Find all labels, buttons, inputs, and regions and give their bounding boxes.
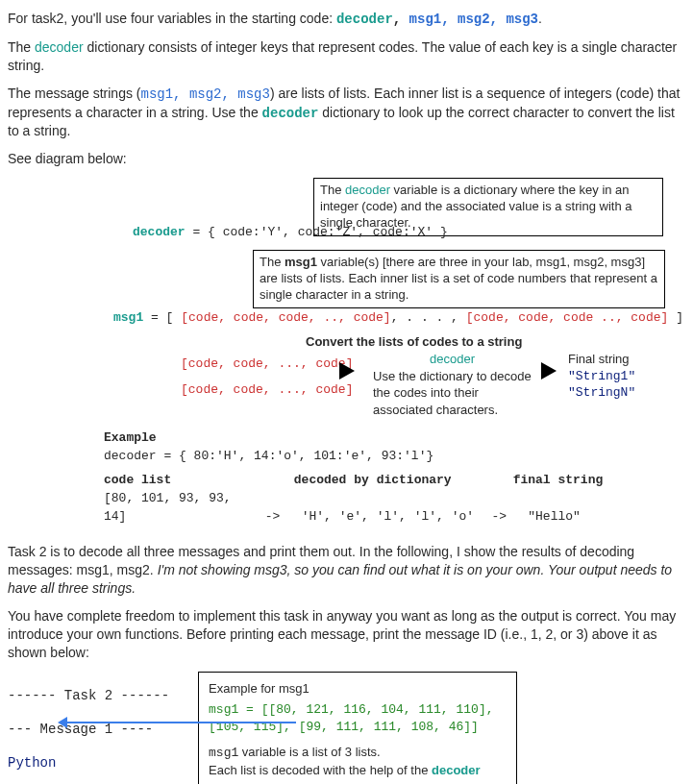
- list: [code, code, code .., code]: [466, 310, 669, 325]
- msg1-header: --- Message 1 ----: [8, 722, 169, 739]
- t: variable is a list of 3 lists.: [238, 745, 380, 759]
- var-decoder: decoder: [345, 183, 390, 197]
- t: The: [260, 255, 285, 269]
- intro-p4: See diagram below:: [8, 150, 685, 168]
- intro-p3: The message strings (msg1, msg2, msg3) a…: [8, 85, 685, 141]
- task2-header: ------ Task 2 ------: [8, 688, 169, 705]
- t: variable(s) [there are three in your lab…: [260, 255, 657, 302]
- arrow-icon: [339, 362, 355, 380]
- final-string-label: Final string: [568, 351, 635, 368]
- var-decoder: decoder: [336, 12, 393, 27]
- pair: code:'Z': [298, 225, 358, 239]
- list: [code, code, code, .., code]: [181, 310, 390, 325]
- example-decoder: decoder = { 80:'H', 14:'o', 101:'e', 93:…: [104, 448, 603, 466]
- title: Example for msg1: [209, 680, 507, 698]
- decoder-decl: decoder = { code:'Y', code:'Z', code:'X'…: [133, 224, 448, 241]
- t: For task2, you'll use four variables in …: [8, 11, 336, 26]
- h: decoded by dictionary: [294, 472, 506, 490]
- t: The message strings (: [8, 86, 141, 101]
- task2-p2: You have complete freedom to implement t…: [8, 607, 685, 662]
- var-msg1: msg1: [285, 255, 317, 269]
- t: Each list is decoded with the help of th…: [209, 763, 432, 777]
- t: The: [320, 183, 345, 197]
- t: = [: [143, 310, 181, 325]
- example-row-headers: code list decoded by dictionary final st…: [104, 472, 603, 490]
- codelist-1: [code, code, ..., code]: [181, 355, 353, 373]
- convert-title: Convert the lists of codes to a string: [306, 333, 522, 351]
- msg1-decl: msg1 = [ [code, code, code, .., code], .…: [113, 309, 683, 327]
- var-msg1: msg1: [209, 746, 238, 760]
- var-decoder: decoder: [35, 39, 84, 55]
- var-decoder: decoder: [432, 763, 481, 777]
- example-label: Example: [104, 429, 603, 448]
- codelist-2: [code, code, ..., code]: [181, 381, 353, 399]
- s1: "String1": [568, 368, 635, 385]
- comma: ,: [393, 12, 409, 27]
- intro-p2: The decoder dictionary consists of integ…: [8, 38, 685, 75]
- t: }: [433, 225, 448, 239]
- h: code list: [104, 472, 286, 490]
- t: ,: [283, 225, 298, 239]
- t: = {: [186, 225, 223, 239]
- arw: ->: [491, 508, 520, 527]
- h: final string: [513, 473, 604, 487]
- example-block: Example decoder = { 80:'H', 14:'o', 101:…: [104, 429, 603, 526]
- pair: code:'X': [373, 225, 433, 239]
- arrow-icon: [541, 362, 557, 380]
- kw: msg1: [113, 310, 143, 325]
- code: msg1 = [[80, 121, 116, 104, 111, 110], […: [209, 701, 507, 736]
- kw: decoder: [133, 225, 186, 239]
- arw: ->: [265, 508, 294, 527]
- period: .: [538, 11, 542, 26]
- v: [80, 101, 93, 93, 14]: [104, 490, 258, 527]
- t: dictionary consists of integer keys that…: [8, 39, 677, 73]
- output-section: ------ Task 2 ------ --- Message 1 ---- …: [8, 672, 685, 784]
- line: Each list is decoded with the help of th…: [209, 762, 507, 784]
- decoder-label: decoder: [373, 351, 532, 368]
- output-left: ------ Task 2 ------ --- Message 1 ---- …: [8, 672, 169, 784]
- var-decoder: decoder: [262, 106, 319, 121]
- t: ,: [358, 225, 373, 239]
- task2-p1: Task 2 is to decode all three messages a…: [8, 543, 685, 598]
- sn: "StringN": [568, 384, 635, 402]
- decoder-mid: decoder Use the dictionary to decode the…: [373, 351, 532, 418]
- line: msg1 variable is a list of 3 lists.: [209, 744, 507, 762]
- v: 'H', 'e', 'l', 'l', 'o': [302, 508, 484, 527]
- v: "Hello": [528, 509, 581, 524]
- msg1-desc-box: The msg1 variable(s) [there are three in…: [253, 250, 665, 308]
- pair: code:'Y': [223, 225, 283, 239]
- t: ]: [668, 310, 683, 325]
- t: , . . . ,: [391, 310, 466, 325]
- arrow-icon: [65, 722, 296, 723]
- diagram: The decoder variable is a dictionary whe…: [104, 178, 685, 524]
- vars-msg: msg1, msg2, msg3: [141, 86, 270, 102]
- example-row-values: [80, 101, 93, 93, 14] -> 'H', 'e', 'l', …: [104, 490, 603, 527]
- t: dictionary to produce three strings as d…: [209, 781, 471, 784]
- decoder-text: Use the dictionary to decode the codes i…: [373, 368, 532, 419]
- t: The: [8, 39, 35, 55]
- vars-msg: msg1, msg2, msg3: [409, 12, 538, 27]
- line: Python: [8, 755, 169, 772]
- final-string-col: Final string "String1" "StringN": [568, 351, 635, 402]
- example-msg1-box: Example for msg1 msg1 = [[80, 121, 116, …: [198, 672, 517, 784]
- intro-p1: For task2, you'll use four variables in …: [8, 10, 685, 29]
